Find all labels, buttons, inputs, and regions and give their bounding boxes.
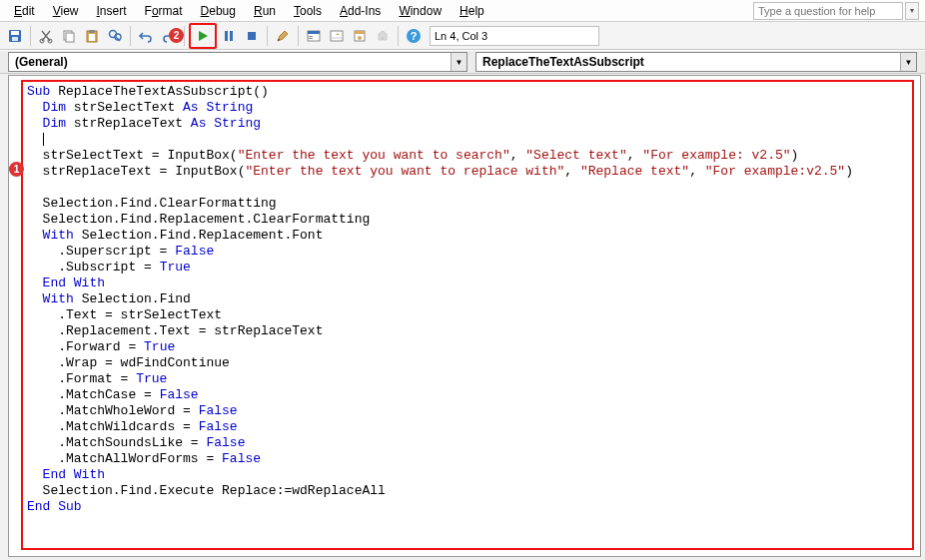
cursor-position: Ln 4, Col 3 [430,26,599,46]
object-combo-text: (General) [9,55,451,69]
object-browser-button[interactable] [349,25,371,47]
object-combo[interactable]: (General) ▼ [8,52,467,72]
help-button[interactable]: ? [403,25,425,47]
menu-view[interactable]: View [45,2,87,20]
svg-rect-17 [309,36,313,37]
help-search: ▾ [753,2,919,20]
procedure-combo[interactable]: ReplaceTheTextAsSubscript ▼ [475,52,917,72]
save-button[interactable] [4,25,26,47]
svg-rect-18 [309,38,313,39]
help-search-input[interactable] [753,2,903,20]
procedure-combo-text: ReplaceTheTextAsSubscript [476,55,900,69]
menu-insert[interactable]: Insert [89,2,135,20]
separator [130,26,131,46]
svg-point-22 [358,36,362,40]
annotation-badge-1: 1 [9,162,24,177]
properties-button[interactable] [326,25,348,47]
svg-rect-21 [355,31,365,34]
svg-rect-8 [89,30,95,33]
separator [184,26,185,46]
procedure-combo-arrow-icon[interactable]: ▼ [900,53,916,71]
run-button-highlight [189,23,217,49]
svg-rect-13 [230,31,233,41]
project-explorer-button[interactable] [303,25,325,47]
menu-edit[interactable]: Edit [6,2,43,20]
undo-button[interactable] [135,25,157,47]
run-button[interactable] [192,25,214,47]
menu-debug[interactable]: Debug [193,2,244,20]
menu-run[interactable]: Run [246,2,284,20]
paste-button[interactable] [81,25,103,47]
copy-button[interactable] [58,25,80,47]
menu-tools[interactable]: Tools [286,2,330,20]
help-search-dropdown-icon[interactable]: ▾ [905,2,919,20]
code-editor[interactable]: 1 Sub ReplaceTheTextAsSubscript() Dim st… [8,75,921,557]
svg-rect-1 [11,31,19,35]
svg-rect-12 [225,31,228,41]
svg-rect-14 [248,32,256,40]
svg-rect-6 [66,33,74,42]
break-button[interactable] [218,25,240,47]
svg-rect-9 [89,34,95,41]
menu-format[interactable]: Format [137,2,191,20]
toolbar: 2 ? Ln 4, Col 3 [0,22,925,50]
redo-button[interactable]: 2 [158,25,180,47]
find-button[interactable] [104,25,126,47]
toolbox-button[interactable] [372,25,394,47]
object-combo-arrow-icon[interactable]: ▼ [451,53,466,71]
svg-rect-2 [12,37,18,41]
design-mode-button[interactable] [272,25,294,47]
menu-bar: Edit View Insert Format Debug Run Tools … [0,0,925,22]
annotation-badge-2: 2 [169,28,184,43]
code-text[interactable]: Sub ReplaceTheTextAsSubscript() Dim strS… [27,84,910,546]
menu-help[interactable]: Help [452,2,492,20]
svg-rect-19 [331,31,343,41]
svg-text:?: ? [411,30,418,42]
separator [398,26,399,46]
separator [267,26,268,46]
separator [298,26,299,46]
cut-button[interactable] [35,25,57,47]
reset-button[interactable] [241,25,263,47]
code-dropdown-bar: (General) ▼ ReplaceTheTextAsSubscript ▼ [0,50,925,74]
separator [30,26,31,46]
svg-rect-16 [308,31,320,34]
menu-addins[interactable]: Add-Ins [332,2,389,20]
menu-window[interactable]: Window [391,2,450,20]
